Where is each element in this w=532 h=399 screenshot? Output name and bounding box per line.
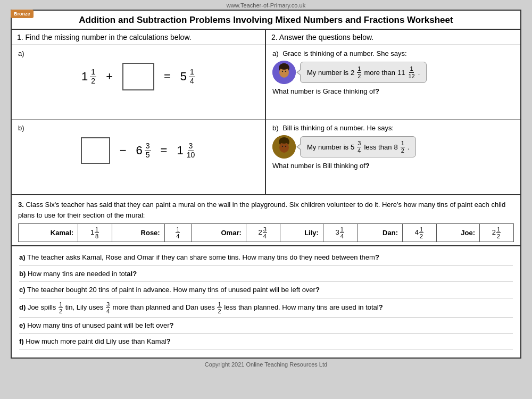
- section1-part-a: a) 1 1 2 + = 5: [12, 45, 265, 120]
- svg-point-4: [282, 71, 283, 72]
- number-5-quarter: 5 1 4: [180, 68, 195, 85]
- question-d: d) Joe spills 12 tin, Lily uses 34 more …: [19, 298, 513, 318]
- plus-op-a: +: [106, 70, 113, 84]
- section2-b-label: b) Bill is thinking of a number. He says…: [272, 124, 514, 132]
- section1-header: 1. Find the missing number in the calcul…: [12, 30, 265, 45]
- site-url: www.Teacher-of-Primary.co.uk: [0, 0, 532, 10]
- worksheet: Bronze Addition and Subtraction Problems…: [11, 10, 521, 359]
- kamal-amount: 118: [78, 224, 112, 242]
- math-row-b: − 6 3 5 = 1 3 10: [18, 137, 259, 164]
- section2-part-a: a) Grace is thinking of a number. She sa…: [266, 45, 520, 120]
- section1-a-label: a): [18, 49, 259, 57]
- svg-point-5: [285, 71, 286, 72]
- copyright: Copyright 2021 Online Teaching Resources…: [205, 359, 327, 369]
- question-a: a) The teacher asks Kamal, Rose and Omar…: [19, 250, 513, 266]
- rose-amount: 14: [164, 224, 191, 242]
- grace-row: My number is 2 1 2 more than 11: [272, 61, 514, 84]
- dan-amount: 412: [402, 224, 436, 242]
- section2-header: 2. Answer the questions below.: [266, 30, 520, 45]
- bronze-badge: Bronze: [11, 10, 34, 18]
- bill-avatar: [272, 135, 296, 159]
- kamal-name: Kamal:: [19, 224, 78, 242]
- joe-name: Joe:: [436, 224, 479, 242]
- omar-name: Omar:: [192, 224, 246, 242]
- svg-point-10: [282, 146, 283, 147]
- question-c: c) The teacher bought 20 tins of paint i…: [19, 282, 513, 298]
- lily-amount: 314: [323, 224, 357, 242]
- paint-table: Kamal: 118 Rose: 14 Omar: 234 Lily: 314 …: [18, 223, 514, 242]
- grace-question: What number is Grace thinking of?: [272, 87, 514, 95]
- number-6-3-5: 6 3 5: [136, 142, 151, 159]
- grace-speech-bubble: My number is 2 1 2 more than 11: [300, 62, 427, 82]
- equals-a: =: [164, 70, 171, 84]
- section3-text: 3. Class Six's teacher has said that the…: [18, 200, 514, 220]
- question-b: b) How many tins are needed in total?: [19, 266, 513, 282]
- bill-question: What number is Bill thinking of?: [272, 162, 514, 170]
- worksheet-title: Addition and Subtraction Problems Involv…: [12, 11, 520, 30]
- section1-part-b: b) − 6 3 5 = 1: [12, 120, 265, 194]
- lily-name: Lily:: [280, 224, 323, 242]
- bill-speech-bubble: My number is 5 3 4 less than 8: [300, 136, 416, 157]
- math-row-a: 1 1 2 + = 5 1 4: [18, 63, 259, 90]
- section-left: 1. Find the missing number in the calcul…: [12, 30, 266, 194]
- blank-box-a[interactable]: [122, 63, 154, 90]
- section3: 3. Class Six's teacher has said that the…: [12, 195, 520, 246]
- number-1-3-10: 1 3 10: [177, 142, 196, 159]
- blank-box-b[interactable]: [81, 137, 110, 164]
- equals-b: =: [161, 144, 168, 157]
- question-e: e) How many tins of unused paint will be…: [19, 318, 513, 334]
- rose-name: Rose:: [112, 224, 164, 242]
- bill-row: My number is 5 3 4 less than 8: [272, 135, 514, 159]
- section2-a-label: a) Grace is thinking of a number. She sa…: [272, 49, 514, 57]
- minus-op-b: −: [120, 144, 127, 157]
- joe-amount: 212: [480, 224, 514, 242]
- grace-avatar: [272, 61, 296, 84]
- questions-section: a) The teacher asks Kamal, Rose and Omar…: [12, 246, 520, 358]
- svg-point-3: [279, 63, 289, 70]
- section2-part-b: b) Bill is thinking of a number. He says…: [266, 120, 520, 194]
- section-top: 1. Find the missing number in the calcul…: [12, 30, 520, 195]
- omar-amount: 234: [246, 224, 280, 242]
- svg-point-9: [279, 137, 289, 144]
- number-1-half: 1 1 2: [81, 68, 96, 85]
- section-right: 2. Answer the questions below. a) Grace …: [266, 30, 520, 194]
- question-f: f) How much more paint did Lily use than…: [19, 334, 513, 350]
- section1-b-label: b): [18, 124, 259, 132]
- dan-name: Dan:: [357, 224, 402, 242]
- svg-point-11: [285, 146, 286, 147]
